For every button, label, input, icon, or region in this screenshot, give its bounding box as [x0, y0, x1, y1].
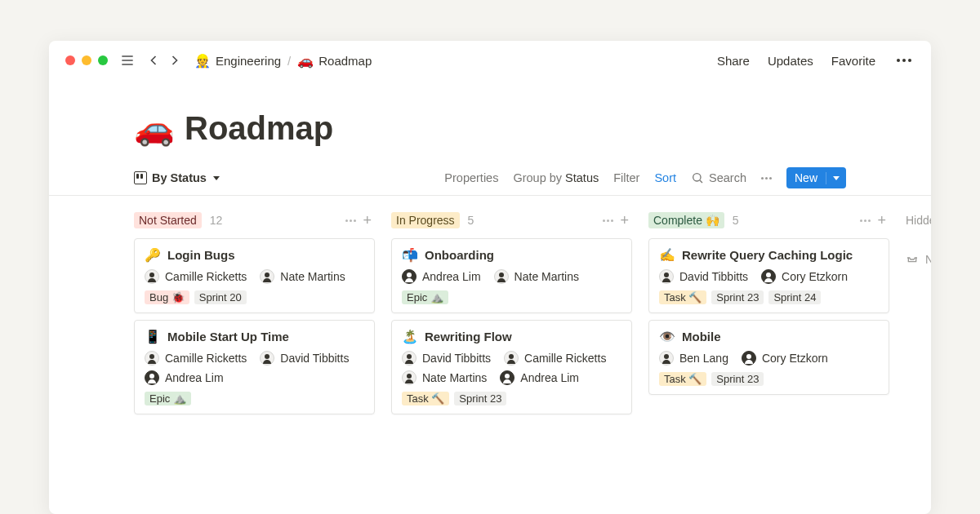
favorite-button[interactable]: Favorite: [831, 54, 875, 68]
view-name: By Status: [152, 171, 207, 184]
board-card[interactable]: 📬OnboardingAndrea LimNate MartinsEpic ⛰️: [391, 238, 632, 313]
avatar: [260, 351, 274, 366]
chevron-down-icon: [213, 176, 220, 180]
more-menu-icon[interactable]: [893, 55, 915, 65]
card-tags: Task 🔨Sprint 23: [659, 372, 879, 386]
card-title-row: 📱Mobile Start Up Time: [145, 329, 364, 344]
column-more-icon[interactable]: [345, 219, 356, 222]
card-title-row: 👁️Mobile: [659, 329, 879, 344]
sort-button[interactable]: Sort: [654, 171, 676, 184]
search-button[interactable]: Search: [691, 171, 746, 184]
column-title[interactable]: Not Started: [134, 212, 202, 228]
avatar: [659, 269, 674, 284]
groupby-prefix: Group by: [513, 171, 565, 184]
assignee: Nate Martins: [494, 269, 579, 284]
share-button[interactable]: Share: [717, 54, 750, 68]
breadcrumb-current-label: Roadmap: [318, 54, 372, 68]
assignee: David Tibbitts: [260, 351, 349, 366]
assignee: Ben Lang: [659, 351, 728, 366]
nav-arrows: [145, 52, 183, 69]
updates-button[interactable]: Updates: [768, 54, 813, 68]
assignee: Cory Etzkorn: [761, 269, 848, 284]
tag: Sprint 20: [194, 290, 247, 304]
view-selector[interactable]: By Status: [134, 171, 220, 184]
column-more-icon[interactable]: [860, 219, 871, 222]
topbar: 👷 Engineering / 🚗 Roadmap Share Updates …: [49, 41, 931, 80]
assignee-name: Cory Etzkorn: [782, 270, 848, 283]
board-column: Not Started12+🔑Login BugsCamille Rickett…: [134, 212, 375, 421]
board-card[interactable]: 🔑Login BugsCamille RickettsNate MartinsB…: [134, 238, 375, 313]
avatar: [260, 269, 274, 284]
breadcrumb-parent-emoji: 👷: [194, 53, 211, 69]
assignee-name: David Tibbitts: [422, 352, 491, 365]
card-title: Mobile Start Up Time: [167, 330, 289, 343]
avatar: [145, 269, 159, 284]
card-title: Rewriting Flow: [425, 330, 512, 343]
new-button[interactable]: New: [786, 167, 846, 188]
card-assignees: Ben LangCory Etzkorn: [659, 351, 879, 366]
card-tags: Task 🔨Sprint 23Sprint 24: [659, 290, 879, 304]
search-label: Search: [709, 171, 746, 184]
column-add-icon[interactable]: +: [620, 213, 629, 228]
svg-point-3: [693, 174, 701, 181]
breadcrumb-current-emoji: 🚗: [297, 53, 314, 69]
board-card[interactable]: 🏝️Rewriting FlowDavid TibbittsCamille Ri…: [391, 320, 632, 414]
page-emoji[interactable]: 🚗: [134, 109, 175, 148]
column-count: 12: [210, 214, 223, 227]
filter-button[interactable]: Filter: [613, 171, 639, 184]
window-minimize[interactable]: [82, 55, 91, 65]
new-button-dropdown[interactable]: [826, 172, 846, 184]
column-add-icon[interactable]: +: [363, 213, 372, 228]
tag: Sprint 24: [768, 290, 821, 304]
tag: Task 🔨: [659, 290, 706, 304]
assignee: David Tibbitts: [659, 269, 748, 284]
avatar: [402, 269, 416, 284]
tag: Sprint 23: [454, 392, 506, 405]
card-assignees: Camille RickettsDavid TibbittsAndrea Lim: [145, 351, 364, 385]
assignee: Andrea Lim: [145, 370, 224, 385]
assignee-name: Nate Martins: [514, 270, 579, 283]
card-assignees: David TibbittsCory Etzkorn: [659, 269, 879, 284]
breadcrumb-current[interactable]: 🚗 Roadmap: [297, 53, 372, 69]
properties-button[interactable]: Properties: [444, 171, 498, 184]
avatar: [504, 351, 519, 366]
board-card[interactable]: ✍️Rewrite Query Caching LogicDavid Tibbi…: [648, 238, 889, 313]
column-add-icon[interactable]: +: [877, 213, 886, 228]
breadcrumb-parent[interactable]: 👷 Engineering: [194, 53, 281, 69]
tag: Sprint 23: [711, 372, 764, 386]
avatar: [659, 351, 674, 366]
column-title[interactable]: Complete 🙌: [648, 212, 724, 228]
breadcrumb: 👷 Engineering / 🚗 Roadmap: [194, 53, 372, 69]
window-zoom[interactable]: [98, 55, 108, 65]
avatar: [494, 269, 509, 284]
board-card[interactable]: 👁️MobileBen LangCory EtzkornTask 🔨Sprint…: [648, 320, 889, 395]
topbar-actions: Share Updates Favorite: [717, 54, 915, 68]
page-title[interactable]: Roadmap: [185, 110, 333, 147]
assignee-name: Andrea Lim: [520, 371, 579, 384]
avatar: [145, 351, 159, 366]
tag: Sprint 23: [711, 290, 764, 304]
column-more-icon[interactable]: [603, 219, 613, 222]
assignee: Nate Martins: [402, 370, 487, 385]
avatar: [500, 370, 514, 385]
assignee-name: Nate Martins: [280, 270, 345, 283]
assignee: Andrea Lim: [500, 370, 579, 385]
hidden-group[interactable]: No: [906, 251, 931, 267]
kanban-board: Not Started12+🔑Login BugsCamille Rickett…: [49, 196, 931, 421]
window-close[interactable]: [65, 55, 75, 65]
nav-back[interactable]: [145, 52, 162, 69]
column-actions: +: [603, 213, 629, 228]
breadcrumb-parent-label: Engineering: [216, 54, 281, 68]
nav-forward[interactable]: [167, 52, 183, 69]
sidebar-toggle-icon[interactable]: [119, 52, 136, 69]
assignee: Camille Ricketts: [145, 269, 247, 284]
tag: Epic ⛰️: [402, 290, 448, 304]
groupby-button[interactable]: Group by Status: [513, 171, 599, 184]
board-card[interactable]: 📱Mobile Start Up TimeCamille RickettsDav…: [134, 320, 375, 414]
column-title[interactable]: In Progress: [391, 212, 460, 228]
toolbar-more-icon[interactable]: [761, 177, 772, 179]
hidden-columns[interactable]: HiddenNo: [906, 212, 931, 421]
card-title-row: 📬Onboarding: [402, 247, 621, 263]
card-title-row: 🔑Login Bugs: [145, 247, 364, 263]
card-emoji: 🏝️: [402, 329, 418, 344]
